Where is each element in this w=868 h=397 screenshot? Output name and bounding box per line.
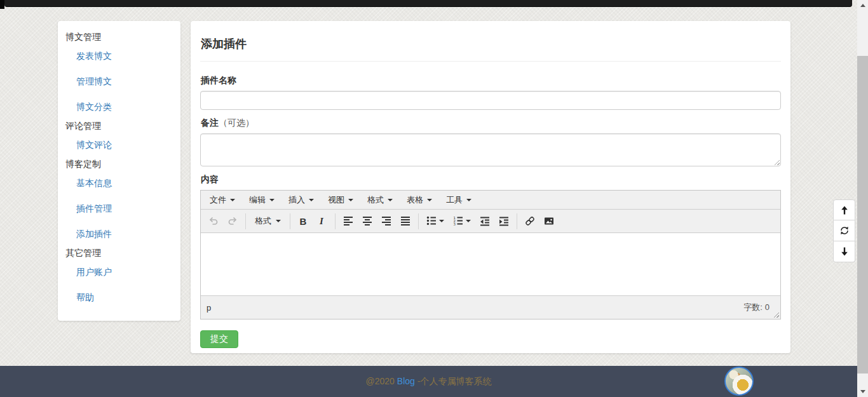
scroll-bottom-button[interactable] [833,241,855,262]
scrollbar-up-arrow[interactable] [857,0,868,11]
chevron-down-icon [466,199,471,201]
scrollbar-down-arrow[interactable] [857,386,868,397]
numbered-list-icon[interactable]: 123 [449,212,475,230]
link-icon[interactable] [520,212,539,230]
refresh-icon [839,225,850,236]
menu-view[interactable]: 视图 [321,191,360,209]
scrollbar-thumb[interactable] [857,56,868,373]
align-left-icon[interactable] [339,212,358,230]
sidebar-header-blog-custom: 博客定制 [58,158,180,170]
footer: @2020Blog-个人专属博客系统 [0,366,857,397]
sidebar: 博文管理 发表博文 管理博文 博文分类 评论管理 博文评论 博客定制 基本信息 … [58,21,180,321]
sidebar-item-post-comments[interactable]: 博文评论 [58,132,180,158]
note-textarea[interactable] [200,133,781,166]
image-icon[interactable] [539,212,559,230]
editor-toolbar: 格式 B I [201,210,780,233]
toolbar-divider [245,213,246,229]
menu-insert[interactable]: 插入 [281,191,321,209]
plugin-name-label: 插件名称 [201,74,781,86]
up-triangle-icon [860,4,865,7]
svg-text:3: 3 [454,222,456,226]
chevron-down-icon [276,220,281,222]
page: 博文管理 发表博文 管理博文 博文分类 评论管理 博文评论 博客定制 基本信息 … [0,0,868,397]
toolbar-divider [335,213,336,229]
chevron-down-icon [230,199,235,201]
sidebar-header-other-mgmt: 其它管理 [58,246,180,259]
footer-suffix-text: -个人专属博客系统 [417,376,492,386]
chevron-down-icon [427,199,432,201]
chevron-down-icon [269,199,275,201]
wordcount-value: 0 [765,302,770,312]
chevron-down-icon [388,199,393,201]
format-select-label: 格式 [255,215,271,227]
title-divider [200,61,781,62]
sidebar-item-manage-posts[interactable]: 管理博文 [58,69,180,94]
content-label: 内容 [201,173,781,185]
up-arrow-icon [839,205,850,216]
sidebar-header-post-mgmt: 博文管理 [58,30,180,43]
refresh-button[interactable] [833,220,855,241]
editor-content-area[interactable] [201,233,780,295]
menu-tools-label: 工具 [446,194,463,206]
chevron-down-icon [348,199,353,201]
wordcount: 字数:0 [743,302,775,313]
navbar-edge [0,0,4,9]
menu-insert-label: 插入 [288,194,305,206]
menu-view-label: 视图 [328,194,344,206]
sidebar-item-plugin-mgmt[interactable]: 插件管理 [58,196,180,221]
menu-format[interactable]: 格式 [360,191,400,209]
sidebar-item-publish-post[interactable]: 发表博文 [58,43,180,69]
top-navbar [4,0,852,7]
sidebar-item-basic-info[interactable]: 基本信息 [58,170,180,196]
note-label: 备注（可选） [201,117,781,129]
indent-icon[interactable] [494,212,513,230]
note-label-text: 备注 [201,118,219,128]
format-select[interactable]: 格式 [249,212,287,230]
sidebar-item-help[interactable]: 帮助 [58,285,180,310]
menu-edit[interactable]: 编辑 [242,191,281,209]
sidebar-nav: 博文管理 发表博文 管理博文 博文分类 评论管理 博文评论 博客定制 基本信息 … [58,30,180,310]
italic-glyph: I [320,216,325,227]
align-center-icon[interactable] [358,212,377,230]
menu-table-label: 表格 [407,194,423,206]
scroll-top-button[interactable] [833,199,855,220]
bullet-list-icon[interactable] [422,212,449,230]
rich-text-editor: 文件 编辑 插入 视图 格式 表格 工具 格式 [200,190,781,320]
align-justify-icon[interactable] [396,212,415,230]
sidebar-item-add-plugin[interactable]: 添加插件 [58,221,180,246]
chevron-down-icon [439,220,444,222]
footer-brand-link[interactable]: Blog [397,376,415,386]
down-triangle-icon [860,390,865,393]
italic-icon[interactable]: I [313,212,332,230]
menu-tools[interactable]: 工具 [439,191,478,209]
menu-file-label: 文件 [210,194,226,206]
redo-icon[interactable] [223,212,242,230]
main-panel: 添加插件 插件名称 备注（可选） 内容 文件 编辑 插入 视图 格式 表格 工具 [191,21,790,353]
bold-glyph: B [300,216,307,227]
element-path[interactable]: p [207,303,211,313]
toolbar-divider [517,213,517,229]
page-title: 添加插件 [201,36,781,52]
menu-file[interactable]: 文件 [203,191,242,209]
bold-icon[interactable]: B [294,212,313,230]
menu-edit-label: 编辑 [249,194,266,206]
sidebar-item-post-categories[interactable]: 博文分类 [58,94,180,119]
sidebar-item-user-account[interactable]: 用户账户 [58,259,180,285]
note-optional-text: （可选） [219,118,254,128]
copyright-text: @2020 [365,376,394,386]
footer-logo-avatar [724,367,754,396]
undo-icon[interactable] [204,212,223,230]
menu-table[interactable]: 表格 [400,191,439,209]
editor-menubar: 文件 编辑 插入 视图 格式 表格 工具 [201,191,780,210]
page-scroll-controls [833,199,855,262]
sidebar-header-comment-mgmt: 评论管理 [58,119,180,132]
menu-format-label: 格式 [367,194,384,206]
submit-button[interactable]: 提交 [200,330,238,348]
align-right-icon[interactable] [377,212,396,230]
outdent-icon[interactable] [475,212,494,230]
toolbar-divider [290,213,290,229]
toolbar-divider [418,213,419,229]
chevron-down-icon [466,220,471,222]
plugin-name-input[interactable] [200,91,781,110]
down-arrow-icon [839,246,850,257]
